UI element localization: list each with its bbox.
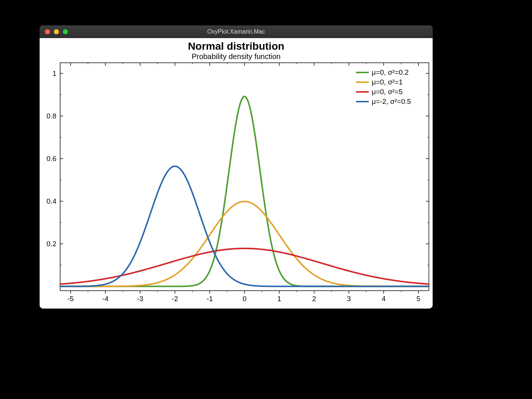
- svg-text:1: 1: [277, 295, 281, 303]
- svg-text:-2: -2: [172, 295, 178, 303]
- chart-series: [60, 96, 429, 287]
- series-line-3: [60, 166, 429, 287]
- chart-title: Normal distribution: [40, 40, 433, 52]
- series-line-1: [60, 201, 429, 286]
- svg-text:1: 1: [52, 69, 56, 77]
- legend-label-1: μ=0, σ²=1: [372, 78, 403, 86]
- legend-label-2: μ=0, σ²=5: [372, 88, 403, 96]
- minimize-icon[interactable]: [54, 29, 59, 34]
- svg-text:0.6: 0.6: [47, 155, 56, 163]
- svg-text:3: 3: [347, 295, 351, 303]
- x-axis-ticks: [71, 63, 418, 294]
- legend-label-0: μ=0, σ²=0.2: [372, 68, 409, 76]
- svg-text:-3: -3: [137, 295, 143, 303]
- svg-text:-4: -4: [102, 295, 109, 303]
- chart-subtitle: Probability density function: [40, 52, 433, 61]
- app-window: OxyPlot.Xamarin.Mac Normal distribution …: [40, 25, 433, 309]
- svg-text:0: 0: [242, 295, 247, 303]
- window-title: OxyPlot.Xamarin.Mac: [40, 28, 433, 35]
- svg-text:0.2: 0.2: [47, 240, 56, 248]
- x-axis-labels: -5-4-3-2-1012345: [67, 295, 420, 303]
- plot-area[interactable]: Normal distribution Probability density …: [40, 38, 433, 309]
- svg-text:-1: -1: [207, 295, 213, 303]
- titlebar[interactable]: OxyPlot.Xamarin.Mac: [40, 25, 433, 38]
- y-axis-ticks: [60, 74, 429, 287]
- series-line-0: [60, 96, 429, 287]
- svg-text:-5: -5: [67, 295, 74, 303]
- svg-text:0.8: 0.8: [47, 112, 56, 120]
- close-icon[interactable]: [45, 29, 50, 34]
- chart-canvas[interactable]: -5-4-3-2-1012345 0.20.40.60.81 μ=0, σ²=0…: [40, 61, 433, 307]
- legend: μ=0, σ²=0.2μ=0, σ²=1μ=0, σ²=5μ=-2, σ²=0.…: [356, 68, 411, 105]
- svg-text:4: 4: [382, 295, 386, 303]
- legend-label-3: μ=-2, σ²=0.5: [372, 98, 411, 105]
- svg-text:2: 2: [312, 295, 316, 303]
- window-controls: [40, 29, 68, 34]
- svg-text:5: 5: [417, 295, 421, 303]
- svg-text:0.4: 0.4: [47, 197, 57, 205]
- y-axis-labels: 0.20.40.60.81: [47, 69, 57, 248]
- series-line-2: [60, 248, 429, 284]
- zoom-icon[interactable]: [63, 29, 68, 34]
